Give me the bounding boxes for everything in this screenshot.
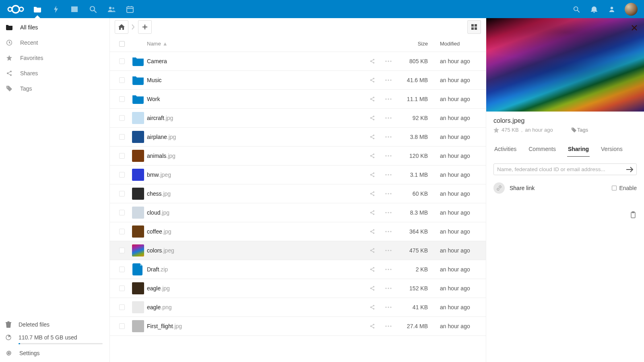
app-contacts-icon[interactable] xyxy=(102,0,121,18)
svg-line-14 xyxy=(578,10,579,12)
search-icon[interactable] xyxy=(568,0,584,18)
logo[interactable] xyxy=(3,2,28,16)
svg-point-15 xyxy=(611,6,613,9)
app-files-icon[interactable] xyxy=(28,0,47,18)
svg-point-4 xyxy=(75,7,77,9)
avatar[interactable] xyxy=(625,3,638,16)
notifications-icon[interactable] xyxy=(586,0,602,18)
svg-line-6 xyxy=(94,10,96,12)
contacts-menu-icon[interactable] xyxy=(604,0,620,18)
app-search-icon[interactable] xyxy=(84,0,102,18)
svg-point-2 xyxy=(19,7,23,11)
app-gallery-icon[interactable] xyxy=(65,0,84,18)
app-calendar-icon[interactable] xyxy=(121,0,139,18)
app-activity-icon[interactable] xyxy=(47,0,65,18)
svg-point-8 xyxy=(112,7,114,9)
svg-rect-9 xyxy=(127,7,133,12)
topbar xyxy=(0,0,644,18)
svg-point-1 xyxy=(12,6,19,13)
svg-point-7 xyxy=(109,6,111,9)
